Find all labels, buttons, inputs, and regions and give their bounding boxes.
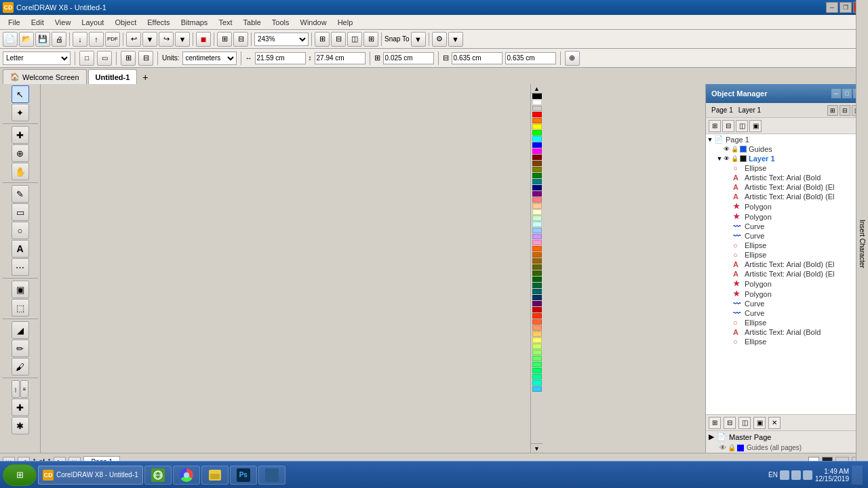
options-button[interactable]: ⚙ [432, 32, 447, 47]
palette-color-42[interactable] [532, 350, 542, 355]
palette-color-31[interactable] [532, 283, 542, 288]
palette-color-47[interactable] [532, 380, 542, 386]
palette-color-44[interactable] [532, 362, 542, 367]
palette-color-28[interactable] [532, 264, 542, 270]
freehand-tool[interactable]: ✚ [12, 126, 29, 144]
menu-help[interactable]: Help [332, 17, 359, 28]
new-button[interactable]: 📄 [3, 32, 18, 47]
palette-color-7[interactable] [532, 136, 542, 142]
tree-item-curve4[interactable]: 〰Curve [706, 308, 868, 318]
menu-bitmaps[interactable]: Bitmaps [176, 17, 214, 28]
palette-color-22[interactable] [532, 228, 542, 233]
palette-color-43[interactable] [532, 356, 542, 361]
tree-item-ellipse4[interactable]: ○Ellipse [706, 318, 868, 327]
select-tool[interactable]: ↖ [12, 85, 29, 103]
redo-dropdown[interactable]: ▼ [175, 32, 190, 47]
panel-expand-button[interactable]: □ [842, 89, 852, 98]
restore-button[interactable]: ❐ [840, 2, 852, 13]
panel-tool-btn1[interactable]: ⊞ [709, 120, 721, 132]
nudge-input[interactable] [383, 52, 434, 64]
footer-btn4[interactable]: ▣ [753, 417, 766, 429]
palette-color-46[interactable] [532, 374, 542, 380]
ruler-toggle[interactable]: | [12, 380, 20, 398]
tree-item-artistictext2[interactable]: AArtistic Text: Arial (Bold) (El [706, 182, 868, 192]
start-button[interactable]: ⊞ [3, 464, 37, 486]
palette-color-10[interactable] [532, 155, 542, 160]
grid-toggle[interactable]: ≡ [20, 380, 28, 398]
color-eyedrop-tool[interactable]: 🖌 [12, 358, 29, 375]
tree-item-artistictext1[interactable]: AArtistic Text: Arial (Bold [706, 173, 868, 182]
palette-color-1[interactable] [532, 100, 542, 105]
eye-icon-guides[interactable]: 👁 [724, 146, 730, 152]
volume-icon[interactable] [780, 470, 789, 480]
paper-size-combo[interactable]: Letter [3, 52, 71, 65]
palette-color-23[interactable] [532, 234, 542, 239]
smart-fill-tool[interactable]: ✏ [12, 340, 29, 357]
pan-tool[interactable]: ✋ [12, 163, 29, 180]
tree-item-page1[interactable]: ▼📄Page 1 [706, 134, 868, 144]
connector-tool[interactable]: ⋯ [12, 258, 29, 276]
palette-color-20[interactable] [532, 216, 542, 221]
ellipse-tool[interactable]: ○ [12, 222, 29, 239]
tree-toggle-page1[interactable]: ▼ [706, 136, 714, 144]
pen-tool[interactable]: ✎ [12, 185, 29, 203]
taskbar-explorer[interactable] [144, 466, 172, 485]
page-add-button[interactable]: ⊕ [565, 51, 580, 66]
palette-color-27[interactable] [532, 258, 542, 264]
palette-color-13[interactable] [532, 173, 542, 178]
palette-color-41[interactable] [532, 344, 542, 349]
palette-color-48[interactable] [532, 386, 542, 392]
undo-dropdown[interactable]: ▼ [142, 32, 157, 47]
snap-dropdown[interactable]: ▼ [411, 32, 426, 47]
palette-color-18[interactable] [532, 203, 542, 209]
zoom-tool[interactable]: ⊕ [12, 144, 29, 162]
page-size-button[interactable]: ⊞ [121, 51, 136, 66]
delete-page-tool[interactable]: ✱ [12, 417, 29, 434]
footer-btn1[interactable]: ⊞ [709, 417, 721, 429]
taskbar-item-corel[interactable]: CD CorelDRAW X8 - Untitled-1 [38, 466, 143, 485]
palette-color-39[interactable] [532, 331, 542, 337]
palette-color-19[interactable] [532, 209, 542, 215]
options-dropdown[interactable]: ▼ [448, 32, 463, 47]
tree-item-curve3[interactable]: 〰Curve [706, 299, 868, 308]
pdf-button[interactable]: PDF [105, 32, 120, 47]
view3-button[interactable]: ◫ [347, 32, 362, 47]
menu-text[interactable]: Text [213, 17, 237, 28]
palette-color-30[interactable] [532, 277, 542, 282]
palette-color-6[interactable] [532, 130, 542, 136]
rect-tool[interactable]: ▭ [12, 203, 29, 221]
palette-color-5[interactable] [532, 124, 542, 129]
fill-button[interactable]: ■ [196, 32, 211, 47]
palette-color-34[interactable] [532, 301, 542, 306]
tree-item-ellipse2[interactable]: ○Ellipse [706, 241, 868, 250]
panel-tool-btn4[interactable]: ▣ [749, 120, 762, 132]
eye-icon-layer1[interactable]: 👁 [724, 155, 730, 162]
network-icon[interactable] [791, 470, 801, 480]
portrait-button[interactable]: □ [79, 51, 94, 66]
menu-window[interactable]: Window [295, 17, 332, 28]
insert-character-panel[interactable]: Insert Character [856, 84, 868, 453]
view4-button[interactable]: ⊞ [363, 32, 378, 47]
shape-tool[interactable]: ✦ [12, 104, 29, 121]
tree-item-polygon1[interactable]: ★Polygon [706, 201, 868, 211]
tree-item-guides[interactable]: 👁🔒Guides [706, 144, 868, 154]
palette-color-11[interactable] [532, 161, 542, 166]
view2-button[interactable]: ⊟ [331, 32, 346, 47]
panel-minimize-button[interactable]: ─ [831, 89, 841, 98]
palette-color-25[interactable] [532, 246, 542, 251]
menu-view[interactable]: View [50, 17, 77, 28]
tree-item-curve2[interactable]: 〰Curve [706, 231, 868, 241]
menu-edit[interactable]: Edit [26, 17, 50, 28]
tab-doc1[interactable]: Untitled-1 [88, 69, 138, 84]
width-input[interactable] [255, 52, 306, 64]
add-page-tool[interactable]: ✚ [12, 399, 29, 416]
tree-item-ellipse1[interactable]: ○Ellipse [706, 163, 868, 173]
interactive-tool[interactable]: ▣ [12, 281, 29, 298]
menu-file[interactable]: File [3, 17, 26, 28]
palette-color-40[interactable] [532, 338, 542, 343]
palette-color-29[interactable] [532, 270, 542, 276]
palette-scroll-up[interactable]: ▲ [531, 84, 542, 94]
clock-display[interactable]: 1:49 AM 12/15/2019 [815, 468, 849, 483]
palette-color-37[interactable] [532, 319, 542, 325]
text-tool[interactable]: A [12, 240, 29, 258]
